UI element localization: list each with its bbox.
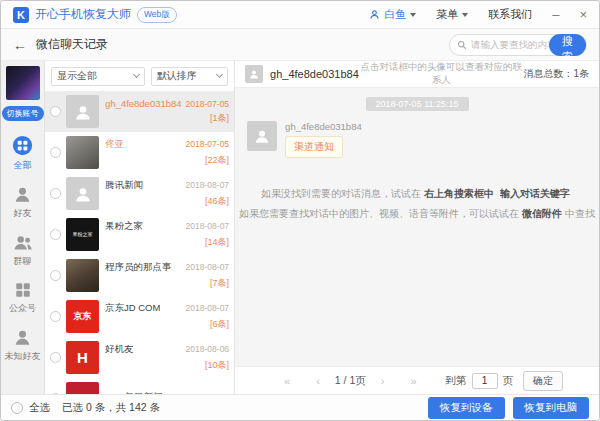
svg-text:?: ? xyxy=(26,329,30,337)
sidebar: 切换账号 全部 好友 群聊 公众号 xyxy=(1,61,45,394)
last-page-button[interactable]: » xyxy=(410,375,416,387)
conversation-panel: gh_4fe8de031b84 点击对话框中的头像可以查看对应的联系人 消息总数… xyxy=(235,61,599,394)
search-box: 搜索 xyxy=(449,34,587,56)
chat-area: 2018-07-05 11:25:15 gh_4fe8de031b84 渠道通知… xyxy=(235,88,599,366)
contact-name: 果粉之家 xyxy=(105,220,143,233)
page-title: 微信聊天记录 xyxy=(36,36,108,53)
select-all-label: 全选 xyxy=(29,401,50,415)
close-button[interactable]: × xyxy=(579,8,587,21)
avatar xyxy=(66,259,99,292)
sender-name: gh_4fe8de031b84 xyxy=(285,121,362,132)
message-bubble[interactable]: 渠道通知 xyxy=(285,136,343,158)
first-page-button[interactable]: « xyxy=(284,375,290,387)
conversation-rows: gh_4fe8de031b842018-07-05 [1条] 佟亚2018-07… xyxy=(45,91,234,394)
contact-name: gh_4fe8de031b84 xyxy=(105,98,182,109)
contact-name: 佟亚 xyxy=(105,138,124,151)
avatar: BBC xyxy=(66,382,99,394)
row-checkbox[interactable] xyxy=(50,147,61,158)
chat-list: 显示全部 默认排序 gh_4fe8de031b842018-07-05 [1条] xyxy=(45,61,235,394)
contact-link[interactable]: 联系我们 xyxy=(488,7,532,22)
message-count: [14条] xyxy=(105,236,229,249)
search-input[interactable] xyxy=(471,39,549,50)
group-icon xyxy=(13,233,33,252)
minimize-button[interactable]: – xyxy=(552,8,559,21)
sender-avatar[interactable] xyxy=(247,121,277,151)
message-count: [6条] xyxy=(105,318,229,331)
sidebar-item-groups[interactable]: 群聊 xyxy=(13,233,33,268)
message-date: 2018-08-07 xyxy=(186,303,229,313)
row-checkbox[interactable] xyxy=(50,352,61,363)
switch-account-button[interactable]: 切换账号 xyxy=(2,106,44,121)
list-item[interactable]: BBC BBC每日新闻2018-08-06 xyxy=(45,378,234,394)
timestamp-pill: 2018-07-05 11:25:15 xyxy=(366,97,469,111)
row-checkbox[interactable] xyxy=(50,311,61,322)
sort-dropdown[interactable]: 默认排序 xyxy=(151,67,228,86)
pagination: « ‹ 1 / 1页 › » 到第 页 确定 xyxy=(235,366,599,394)
conversation-title: gh_4fe8de031b84 xyxy=(270,68,359,80)
selection-summary: 已选 0 条，共 142 条 xyxy=(62,401,160,415)
conversation-header: gh_4fe8de031b84 点击对话框中的头像可以查看对应的联系人 消息总数… xyxy=(235,61,599,88)
page-info: 1 / 1页 xyxy=(335,374,366,388)
prev-page-button[interactable]: ‹ xyxy=(316,375,320,387)
row-checkbox[interactable] xyxy=(50,270,61,281)
select-all-radio[interactable] xyxy=(11,402,23,414)
list-item[interactable]: 京东 京东JD COM2018-08-07 [6条] xyxy=(45,296,234,337)
sidebar-item-friends[interactable]: 好友 xyxy=(13,185,32,220)
list-item[interactable]: 腾讯新闻2018-08-07 [46条] xyxy=(45,173,234,214)
chevron-down-icon xyxy=(410,13,416,17)
list-item[interactable]: 程序员的那点事2018-08-07 [7条] xyxy=(45,255,234,296)
contact-name: 好机友 xyxy=(105,343,134,356)
avatar: 果粉之家 xyxy=(66,218,99,251)
avatar xyxy=(66,177,99,210)
app-logo: K xyxy=(13,7,29,23)
message-total: 消息总数：1条 xyxy=(523,67,589,81)
user-icon xyxy=(369,9,380,20)
hint-text: 如果没找到需要的对话消息，试试在右上角搜索框中输入对话关键字 如果您需要查找对话… xyxy=(235,184,599,224)
contact-name: 京东JD COM xyxy=(105,302,160,315)
sidebar-item-all[interactable]: 全部 xyxy=(12,135,33,172)
menu-label: 菜单 xyxy=(436,7,458,22)
search-icon xyxy=(457,40,467,50)
filter-dropdown[interactable]: 显示全部 xyxy=(51,67,145,86)
message-count: [7条] xyxy=(105,277,229,290)
back-button[interactable]: ← xyxy=(13,37,27,53)
confirm-button[interactable]: 确定 xyxy=(523,371,563,391)
user-menu[interactable]: 白鱼 xyxy=(369,7,416,22)
app-window: K 开心手机恢复大师 Web版 白鱼 菜单 联系我们 – × ← 微信聊天记录 … xyxy=(0,0,600,421)
menu-dropdown[interactable]: 菜单 xyxy=(436,7,468,22)
message-count: [22条] xyxy=(105,154,229,167)
official-icon xyxy=(14,281,32,299)
message: gh_4fe8de031b84 渠道通知 xyxy=(247,121,599,158)
message-date: 2018-08-07 xyxy=(186,262,229,272)
header-hint: 点击对话框中的头像可以查看对应的联系人 xyxy=(359,61,524,87)
list-item[interactable]: gh_4fe8de031b842018-07-05 [1条] xyxy=(45,91,234,132)
avatar xyxy=(66,95,99,128)
list-item[interactable]: 果粉之家 果粉之家2018-08-07 [14条] xyxy=(45,214,234,255)
sidebar-item-official[interactable]: 公众号 xyxy=(9,281,36,315)
row-checkbox[interactable] xyxy=(50,229,61,240)
search-button[interactable]: 搜索 xyxy=(549,34,586,56)
page-unit: 页 xyxy=(503,374,514,388)
restore-pc-button[interactable]: 恢复到电脑 xyxy=(513,397,590,419)
row-checkbox[interactable] xyxy=(50,188,61,199)
friend-icon xyxy=(13,185,32,204)
restore-device-button[interactable]: 恢复到设备 xyxy=(428,397,505,419)
avatar: 京东 xyxy=(66,300,99,333)
next-page-button[interactable]: › xyxy=(381,375,385,387)
toolbar: ← 微信聊天记录 搜索 xyxy=(1,29,599,61)
page-input[interactable] xyxy=(472,373,498,389)
grid-icon xyxy=(12,135,33,156)
sidebar-item-unknown-friends[interactable]: ? 未知好友 xyxy=(5,328,41,363)
titlebar: K 开心手机恢复大师 Web版 白鱼 菜单 联系我们 – × xyxy=(1,1,599,29)
message-date: 2018-08-07 xyxy=(186,180,229,190)
version-badge: Web版 xyxy=(137,7,177,23)
contact-avatar xyxy=(245,65,263,83)
list-item[interactable]: H 好机友2018-08-06 [10条] xyxy=(45,337,234,378)
chevron-down-icon xyxy=(462,13,468,17)
chevron-down-icon xyxy=(133,71,140,78)
list-item[interactable]: 佟亚2018-07-05 [22条] xyxy=(45,132,234,173)
footer: 全选 已选 0 条，共 142 条 恢复到设备 恢复到电脑 xyxy=(1,394,599,420)
app-title: 开心手机恢复大师 xyxy=(35,6,131,23)
row-checkbox[interactable] xyxy=(50,106,61,117)
message-date: 2018-07-05 xyxy=(186,139,229,149)
